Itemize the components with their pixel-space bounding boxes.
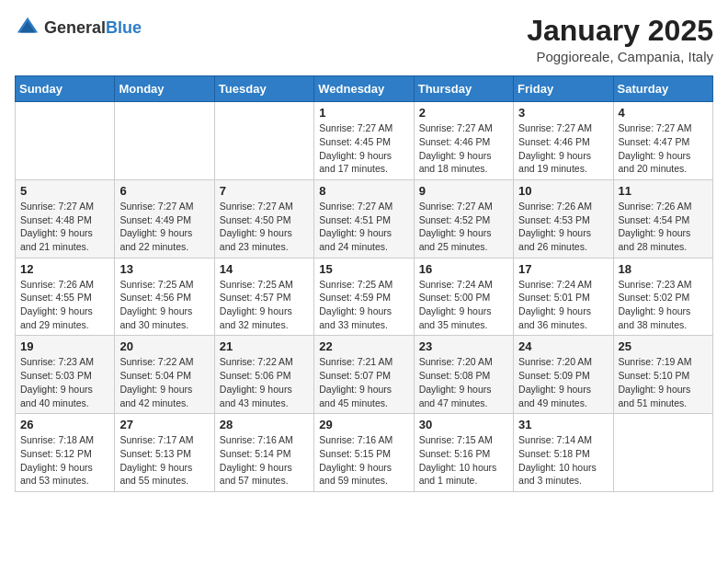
calendar-day-13: 13Sunrise: 7:25 AM Sunset: 4:56 PM Dayli…	[115, 258, 214, 336]
calendar-day-26: 26Sunrise: 7:18 AM Sunset: 5:12 PM Dayli…	[16, 414, 115, 492]
calendar-day-1: 1Sunrise: 7:27 AM Sunset: 4:45 PM Daylig…	[314, 102, 414, 180]
empty-day-cell	[613, 414, 712, 492]
logo: GeneralBlue	[15, 15, 142, 40]
day-info: Sunrise: 7:27 AM Sunset: 4:45 PM Dayligh…	[319, 121, 408, 176]
calendar-day-23: 23Sunrise: 7:20 AM Sunset: 5:08 PM Dayli…	[414, 336, 513, 414]
calendar-day-22: 22Sunrise: 7:21 AM Sunset: 5:07 PM Dayli…	[314, 336, 414, 414]
weekday-header-saturday: Saturday	[613, 76, 712, 102]
month-title: January 2025	[527, 15, 713, 47]
calendar-week-row: 19Sunrise: 7:23 AM Sunset: 5:03 PM Dayli…	[16, 336, 713, 414]
day-number: 31	[518, 418, 608, 431]
calendar-day-21: 21Sunrise: 7:22 AM Sunset: 5:06 PM Dayli…	[214, 336, 313, 414]
calendar-day-8: 8Sunrise: 7:27 AM Sunset: 4:51 PM Daylig…	[314, 179, 414, 258]
calendar-day-16: 16Sunrise: 7:24 AM Sunset: 5:00 PM Dayli…	[414, 258, 513, 336]
calendar-day-19: 19Sunrise: 7:23 AM Sunset: 5:03 PM Dayli…	[16, 336, 115, 414]
day-number: 2	[419, 106, 508, 120]
day-number: 24	[518, 339, 608, 353]
day-number: 4	[619, 106, 708, 120]
day-number: 20	[119, 339, 209, 353]
weekday-header-tuesday: Tuesday	[214, 76, 313, 102]
day-info: Sunrise: 7:20 AM Sunset: 5:09 PM Dayligh…	[518, 355, 608, 409]
calendar-day-7: 7Sunrise: 7:27 AM Sunset: 4:50 PM Daylig…	[214, 179, 313, 258]
day-info: Sunrise: 7:23 AM Sunset: 5:03 PM Dayligh…	[20, 355, 109, 409]
day-info: Sunrise: 7:15 AM Sunset: 5:16 PM Dayligh…	[419, 433, 508, 488]
day-number: 19	[20, 339, 109, 353]
day-info: Sunrise: 7:26 AM Sunset: 4:54 PM Dayligh…	[619, 200, 708, 254]
day-number: 14	[220, 262, 309, 276]
calendar-day-9: 9Sunrise: 7:27 AM Sunset: 4:52 PM Daylig…	[414, 179, 513, 258]
day-number: 5	[20, 184, 109, 198]
day-number: 6	[119, 184, 209, 198]
empty-day-cell	[214, 102, 313, 180]
day-number: 16	[419, 262, 508, 276]
day-info: Sunrise: 7:19 AM Sunset: 5:10 PM Dayligh…	[619, 355, 708, 409]
calendar-day-10: 10Sunrise: 7:26 AM Sunset: 4:53 PM Dayli…	[514, 179, 613, 258]
weekday-header-row: SundayMondayTuesdayWednesdayThursdayFrid…	[16, 76, 713, 102]
calendar-day-29: 29Sunrise: 7:16 AM Sunset: 5:15 PM Dayli…	[314, 414, 414, 492]
day-info: Sunrise: 7:16 AM Sunset: 5:14 PM Dayligh…	[220, 433, 309, 488]
day-info: Sunrise: 7:27 AM Sunset: 4:51 PM Dayligh…	[319, 200, 408, 254]
calendar-week-row: 5Sunrise: 7:27 AM Sunset: 4:48 PM Daylig…	[16, 179, 713, 258]
day-info: Sunrise: 7:22 AM Sunset: 5:04 PM Dayligh…	[119, 355, 209, 409]
calendar-table: SundayMondayTuesdayWednesdayThursdayFrid…	[15, 75, 713, 492]
day-number: 23	[419, 339, 508, 353]
day-info: Sunrise: 7:14 AM Sunset: 5:18 PM Dayligh…	[518, 433, 608, 488]
day-info: Sunrise: 7:23 AM Sunset: 5:02 PM Dayligh…	[619, 278, 708, 332]
page-header: GeneralBlue January 2025 Poggioreale, Ca…	[15, 15, 713, 64]
day-info: Sunrise: 7:17 AM Sunset: 5:13 PM Dayligh…	[119, 433, 209, 488]
calendar-day-25: 25Sunrise: 7:19 AM Sunset: 5:10 PM Dayli…	[613, 336, 712, 414]
day-info: Sunrise: 7:26 AM Sunset: 4:55 PM Dayligh…	[20, 278, 109, 332]
day-info: Sunrise: 7:27 AM Sunset: 4:46 PM Dayligh…	[419, 121, 508, 176]
day-number: 1	[319, 106, 408, 120]
calendar-day-30: 30Sunrise: 7:15 AM Sunset: 5:16 PM Dayli…	[414, 414, 513, 492]
day-info: Sunrise: 7:27 AM Sunset: 4:50 PM Dayligh…	[220, 200, 309, 254]
day-info: Sunrise: 7:26 AM Sunset: 4:53 PM Dayligh…	[518, 200, 608, 254]
day-info: Sunrise: 7:27 AM Sunset: 4:49 PM Dayligh…	[119, 200, 209, 254]
day-number: 25	[619, 339, 708, 353]
day-number: 26	[20, 418, 109, 431]
day-number: 29	[319, 418, 408, 431]
day-info: Sunrise: 7:27 AM Sunset: 4:46 PM Dayligh…	[518, 121, 608, 176]
calendar-day-24: 24Sunrise: 7:20 AM Sunset: 5:09 PM Dayli…	[514, 336, 613, 414]
day-info: Sunrise: 7:24 AM Sunset: 5:01 PM Dayligh…	[518, 278, 608, 332]
day-info: Sunrise: 7:22 AM Sunset: 5:06 PM Dayligh…	[220, 355, 309, 409]
day-number: 22	[319, 339, 408, 353]
calendar-day-27: 27Sunrise: 7:17 AM Sunset: 5:13 PM Dayli…	[115, 414, 214, 492]
weekday-header-sunday: Sunday	[16, 76, 115, 102]
day-number: 21	[220, 339, 309, 353]
calendar-week-row: 26Sunrise: 7:18 AM Sunset: 5:12 PM Dayli…	[16, 414, 713, 492]
calendar-day-2: 2Sunrise: 7:27 AM Sunset: 4:46 PM Daylig…	[414, 102, 513, 180]
day-number: 12	[20, 262, 109, 276]
calendar-day-20: 20Sunrise: 7:22 AM Sunset: 5:04 PM Dayli…	[115, 336, 214, 414]
calendar-day-31: 31Sunrise: 7:14 AM Sunset: 5:18 PM Dayli…	[514, 414, 613, 492]
weekday-header-wednesday: Wednesday	[314, 76, 414, 102]
logo-icon	[15, 15, 40, 40]
day-number: 9	[419, 184, 508, 198]
day-info: Sunrise: 7:25 AM Sunset: 4:59 PM Dayligh…	[319, 278, 408, 332]
logo-text: GeneralBlue	[44, 18, 142, 38]
calendar-week-row: 1Sunrise: 7:27 AM Sunset: 4:45 PM Daylig…	[16, 102, 713, 180]
calendar-day-17: 17Sunrise: 7:24 AM Sunset: 5:01 PM Dayli…	[514, 258, 613, 336]
calendar-day-4: 4Sunrise: 7:27 AM Sunset: 4:47 PM Daylig…	[613, 102, 712, 180]
weekday-header-thursday: Thursday	[414, 76, 513, 102]
day-info: Sunrise: 7:25 AM Sunset: 4:56 PM Dayligh…	[119, 278, 209, 332]
day-info: Sunrise: 7:27 AM Sunset: 4:48 PM Dayligh…	[20, 200, 109, 254]
weekday-header-friday: Friday	[514, 76, 613, 102]
day-number: 10	[518, 184, 608, 198]
day-info: Sunrise: 7:16 AM Sunset: 5:15 PM Dayligh…	[319, 433, 408, 488]
day-info: Sunrise: 7:18 AM Sunset: 5:12 PM Dayligh…	[20, 433, 109, 488]
day-number: 3	[518, 106, 608, 120]
day-info: Sunrise: 7:21 AM Sunset: 5:07 PM Dayligh…	[319, 355, 408, 409]
day-number: 18	[619, 262, 708, 276]
location-title: Poggioreale, Campania, Italy	[527, 49, 713, 64]
day-number: 11	[619, 184, 708, 198]
empty-day-cell	[115, 102, 214, 180]
day-number: 27	[119, 418, 209, 431]
day-number: 13	[119, 262, 209, 276]
day-info: Sunrise: 7:27 AM Sunset: 4:52 PM Dayligh…	[419, 200, 508, 254]
day-number: 30	[419, 418, 508, 431]
day-number: 15	[319, 262, 408, 276]
weekday-header-monday: Monday	[115, 76, 214, 102]
day-number: 28	[220, 418, 309, 431]
day-info: Sunrise: 7:27 AM Sunset: 4:47 PM Dayligh…	[619, 121, 708, 176]
